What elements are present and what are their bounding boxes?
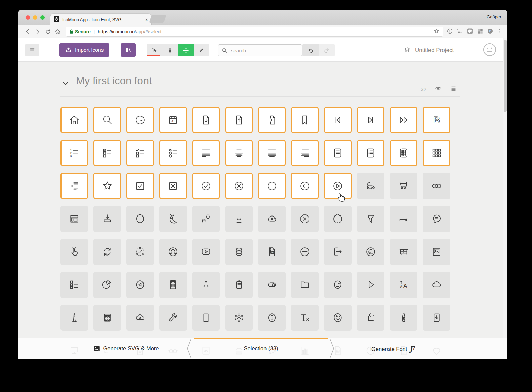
import-icons-button[interactable]: Import Icons <box>59 43 109 57</box>
icon-tile-grid-squares[interactable] <box>423 140 450 166</box>
preview-eye-icon[interactable] <box>435 85 442 93</box>
icon-tile-clock[interactable] <box>126 107 154 133</box>
icon-tile-circle-cross[interactable] <box>225 173 253 199</box>
active-tab[interactable]: IcoMoon App - Icon Font, SVG × <box>50 14 151 25</box>
icon-tile-bookmark[interactable] <box>291 107 319 133</box>
icon-tile-browser-panel[interactable] <box>60 206 88 232</box>
icon-tile-paragraph-right[interactable] <box>291 140 319 166</box>
icon-tile-list-numbered[interactable]: 123 <box>60 140 88 166</box>
icon-tile-paragraph-justify[interactable] <box>258 140 286 166</box>
icon-tile-circle-plus[interactable] <box>258 173 286 199</box>
icon-tile-star[interactable] <box>93 173 121 199</box>
icon-tile-circle-previous[interactable] <box>126 272 154 298</box>
icon-tile-dotted-circle-check[interactable] <box>126 239 154 265</box>
icon-tile-document-list[interactable] <box>357 140 384 166</box>
collapse-set-chevron-icon[interactable] <box>62 80 70 89</box>
icon-tile-text-remove[interactable] <box>291 305 319 331</box>
generate-svg-tab[interactable]: Generate SVG & More <box>66 338 187 359</box>
icon-tile-moon-stars[interactable] <box>159 206 187 232</box>
redo-icon[interactable] <box>319 44 335 56</box>
icon-tile-euro[interactable] <box>357 239 384 265</box>
icon-tile-loop[interactable] <box>357 305 384 331</box>
icon-tile-info-circle[interactable] <box>258 305 286 331</box>
icon-tile-image[interactable] <box>423 239 450 265</box>
icon-tile-underline[interactable] <box>225 206 253 232</box>
search-input[interactable] <box>230 47 285 54</box>
trash-icon[interactable] <box>162 44 178 56</box>
icon-tile-home[interactable] <box>60 107 88 133</box>
icon-tile-sync[interactable] <box>93 239 121 265</box>
cast-icon[interactable] <box>456 27 464 36</box>
icon-tile-soccer[interactable] <box>159 239 187 265</box>
pencil-icon[interactable] <box>194 44 209 56</box>
generate-font-tab[interactable]: Generate FontƑ <box>331 338 455 359</box>
grid-extension-icon[interactable] <box>476 27 484 36</box>
icon-tile-circle-check[interactable] <box>192 173 220 199</box>
minimize-window-button[interactable] <box>33 15 37 20</box>
icon-tile-box-download[interactable] <box>423 305 450 331</box>
icon-tile-download-device[interactable] <box>93 206 121 232</box>
icon-tile-calendar[interactable]: 31 <box>159 107 187 133</box>
icon-tile-checkbox-checked[interactable] <box>126 173 154 199</box>
reload-icon[interactable] <box>43 27 53 37</box>
icon-tile-park[interactable] <box>192 206 220 232</box>
icon-tile-skip-end[interactable] <box>357 107 384 133</box>
zoom-window-button[interactable] <box>40 15 45 20</box>
icon-tile-video-play[interactable] <box>192 239 220 265</box>
icon-tile-paragraph-center[interactable] <box>225 140 253 166</box>
icon-tile-undo-circle[interactable] <box>324 305 352 331</box>
tab-close-icon[interactable]: × <box>145 17 148 22</box>
icon-library-button[interactable] <box>121 43 136 57</box>
set-menu-icon[interactable] <box>450 85 457 93</box>
icon-tile-snowflake[interactable] <box>225 305 253 331</box>
icon-tile-tap[interactable] <box>60 239 88 265</box>
icon-tile-cloud[interactable] <box>423 272 450 298</box>
icon-tile-user-female[interactable] <box>192 272 220 298</box>
icon-tile-cloud-cross[interactable] <box>258 206 286 232</box>
icon-tile-calculator[interactable] <box>159 272 187 298</box>
onepassword-icon[interactable] <box>446 27 454 36</box>
home-icon[interactable] <box>53 27 63 37</box>
shape-extension-icon[interactable] <box>466 27 474 36</box>
icon-tile-paragraph-left[interactable] <box>192 140 220 166</box>
move-icon[interactable] <box>178 44 194 56</box>
account-avatar-button[interactable] <box>483 43 496 56</box>
scrollbar-thumb[interactable] <box>504 40 507 112</box>
back-icon[interactable] <box>23 27 33 37</box>
icon-tile-circle-shape[interactable] <box>126 206 154 232</box>
icon-tile-file-upload[interactable] <box>225 107 253 133</box>
url-field[interactable]: Secure | https://icomoon.io /app/#/selec… <box>66 27 443 37</box>
icon-tile-neutral-face[interactable] <box>324 272 352 298</box>
selection-tab[interactable]: Selection (33) <box>194 338 328 359</box>
select-cursor-icon[interactable] <box>147 44 162 56</box>
forward-icon[interactable] <box>33 27 43 37</box>
icon-tile-circle-minus[interactable] <box>291 239 319 265</box>
icon-tile-table-window[interactable] <box>93 305 121 331</box>
icon-tile-database[interactable] <box>225 239 253 265</box>
icon-tile-cigarette[interactable] <box>390 206 417 232</box>
icon-tile-dresser[interactable] <box>390 239 417 265</box>
icon-tile-sign-out[interactable] <box>324 239 352 265</box>
icon-tile-wrench[interactable] <box>159 305 187 331</box>
icon-tile-cart[interactable] <box>390 173 417 199</box>
icon-tile-fast-forward[interactable] <box>390 107 417 133</box>
icon-tile-search[interactable] <box>93 107 121 133</box>
icon-tile-folder[interactable] <box>291 272 319 298</box>
icon-tile-seal[interactable] <box>324 206 352 232</box>
icon-tile-keypad[interactable] <box>390 140 417 166</box>
icon-tile-link[interactable] <box>423 173 450 199</box>
chrome-profile-name[interactable]: Gašper <box>487 14 501 19</box>
icon-tile-play[interactable] <box>357 272 384 298</box>
icon-tile-indent[interactable] <box>60 173 88 199</box>
page-scrollbar[interactable] <box>503 38 507 359</box>
icon-tile-rectangle[interactable] <box>192 305 220 331</box>
icon-tile-toggle[interactable] <box>258 272 286 298</box>
icon-tile-document-text[interactable] <box>324 140 352 166</box>
icon-tile-list-checkbox[interactable] <box>93 140 121 166</box>
pinterest-icon[interactable]: P <box>486 27 494 36</box>
icon-tile-list-boxes[interactable] <box>60 272 88 298</box>
icon-tile-file-import[interactable] <box>258 107 286 133</box>
new-tab-button[interactable] <box>149 15 166 23</box>
icon-tile-circle-arrow-left[interactable] <box>291 173 319 199</box>
icon-tile-car-electric[interactable] <box>357 173 384 199</box>
